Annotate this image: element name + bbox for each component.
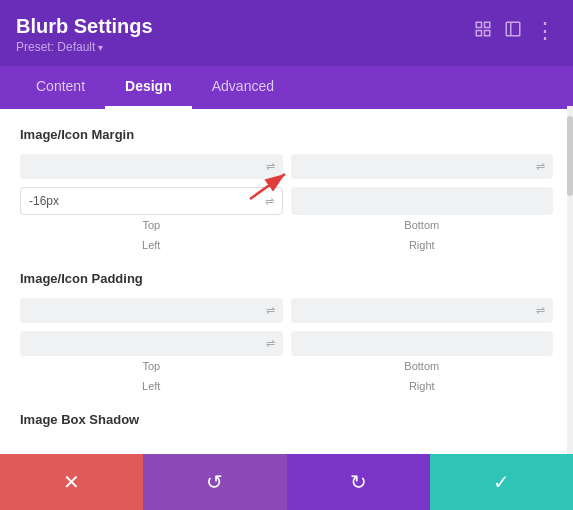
padding-inputs-grid: ⇌ ⇌ ⇌: [20, 298, 553, 356]
svg-rect-4: [506, 22, 520, 36]
margin-left-value: -16px: [29, 194, 261, 208]
reset-button[interactable]: ↺: [143, 454, 286, 510]
padding-left-label: Left: [20, 380, 283, 392]
padding-section-title: Image/Icon Padding: [20, 271, 553, 286]
main-content: Image/Icon Margin ⇌ ⇌ -16px: [0, 109, 573, 457]
sidebar-icon[interactable]: [504, 20, 522, 43]
redo-button[interactable]: ↻: [287, 454, 430, 510]
margin-inputs-wrap: ⇌ ⇌ -16px ⇌: [20, 154, 553, 251]
margin-section: Image/Icon Margin ⇌ ⇌ -16px: [20, 127, 553, 251]
shadow-section-title: Image Box Shadow: [20, 412, 553, 427]
padding-right-input[interactable]: [291, 331, 554, 356]
margin-top-link-icon[interactable]: ⇌: [266, 160, 275, 173]
tab-content[interactable]: Content: [16, 66, 105, 109]
bottom-bar: ✕ ↺ ↻ ✓: [0, 454, 573, 510]
padding-left-input[interactable]: ⇌: [20, 331, 283, 356]
header-icons: ⋮: [474, 18, 557, 44]
tabs-bar: Content Design Advanced: [0, 66, 573, 109]
scrollbar-track[interactable]: [567, 106, 573, 454]
padding-labels-row: Top Bottom Left Right: [20, 360, 553, 392]
padding-left-link-icon[interactable]: ⇌: [266, 337, 275, 350]
margin-bottom-link-icon[interactable]: ⇌: [536, 160, 545, 173]
header: Blurb Settings Preset: Default ⋮: [0, 0, 573, 66]
svg-rect-1: [485, 22, 490, 27]
save-button[interactable]: ✓: [430, 454, 573, 510]
svg-rect-0: [476, 22, 481, 27]
margin-right-input[interactable]: [291, 187, 554, 215]
app-title: Blurb Settings: [16, 14, 153, 38]
margin-top-input[interactable]: ⇌: [20, 154, 283, 179]
margin-bottom-input[interactable]: ⇌: [291, 154, 554, 179]
margin-section-title: Image/Icon Margin: [20, 127, 553, 142]
tab-design[interactable]: Design: [105, 66, 192, 109]
margin-top-label: Top: [20, 219, 283, 231]
margin-labels-row: Top Bottom Left Right: [20, 219, 553, 251]
margin-left-label: Left: [20, 239, 283, 251]
padding-top-input[interactable]: ⇌: [20, 298, 283, 323]
app-container: Blurb Settings Preset: Default ⋮ Content…: [0, 0, 573, 510]
margin-inputs-grid: ⇌ ⇌ -16px ⇌: [20, 154, 553, 215]
padding-bottom-link-icon[interactable]: ⇌: [536, 304, 545, 317]
tab-advanced[interactable]: Advanced: [192, 66, 294, 109]
cancel-button[interactable]: ✕: [0, 454, 143, 510]
margin-right-label: Right: [291, 239, 554, 251]
svg-rect-2: [485, 30, 490, 35]
shadow-section: Image Box Shadow: [20, 412, 553, 427]
margin-left-link-icon[interactable]: ⇌: [265, 195, 274, 208]
margin-left-input[interactable]: -16px ⇌: [20, 187, 283, 215]
svg-rect-3: [476, 30, 481, 35]
margin-bottom-label: Bottom: [291, 219, 554, 231]
padding-bottom-label: Bottom: [291, 360, 554, 372]
preset-selector[interactable]: Preset: Default: [16, 40, 153, 54]
more-options-icon[interactable]: ⋮: [534, 18, 557, 44]
scrollbar-thumb[interactable]: [567, 116, 573, 196]
padding-top-link-icon[interactable]: ⇌: [266, 304, 275, 317]
padding-top-label: Top: [20, 360, 283, 372]
header-left: Blurb Settings Preset: Default: [16, 14, 153, 54]
padding-right-label: Right: [291, 380, 554, 392]
padding-bottom-input[interactable]: ⇌: [291, 298, 554, 323]
expand-icon[interactable]: [474, 20, 492, 43]
padding-section: Image/Icon Padding ⇌ ⇌ ⇌: [20, 271, 553, 392]
